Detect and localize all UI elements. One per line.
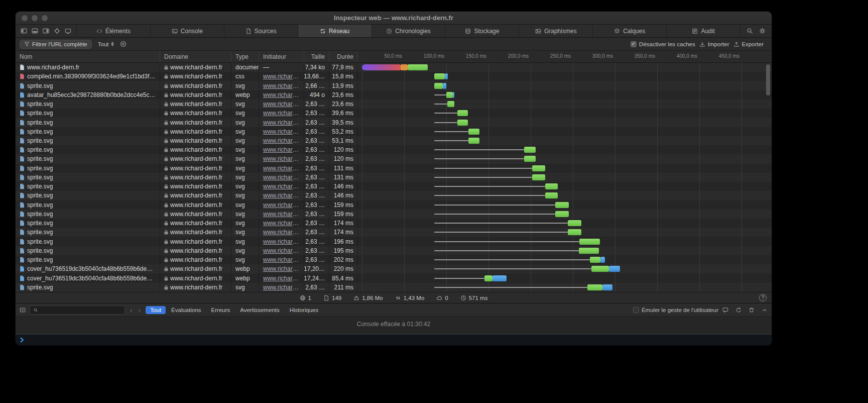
- waterfall-bar[interactable]: [434, 92, 454, 98]
- column-header-nom[interactable]: Nom: [16, 51, 160, 62]
- resource-initiator-cell[interactable]: www.richard-d…: [259, 255, 304, 264]
- type-scope-select[interactable]: Tout: [96, 40, 116, 48]
- resource-initiator-cell[interactable]: www.richard-d…: [259, 219, 304, 228]
- resource-initiator-cell[interactable]: www.richard-d…: [259, 191, 304, 200]
- console-tab-avertissements[interactable]: Avertissements: [235, 306, 284, 314]
- console-tab-erreurs[interactable]: Erreurs: [207, 306, 235, 314]
- console-drawer-icon[interactable]: [20, 307, 26, 313]
- disable-caches-checkbox[interactable]: ✓: [631, 41, 637, 47]
- disable-caches-toggle[interactable]: ✓ Désactiver les caches: [631, 41, 695, 47]
- help-button[interactable]: ?: [759, 294, 767, 301]
- table-row[interactable]: sprite.svgwww.richard-dern.frsvgwww.rich…: [16, 283, 772, 292]
- table-row[interactable]: cover_hu736519dc3b5040cfa48b6b559b6de6ec…: [16, 264, 772, 273]
- resource-initiator-cell[interactable]: www.richard-d…: [259, 210, 304, 219]
- resource-initiator-cell[interactable]: www.richard-d…: [259, 99, 304, 109]
- waterfall-bar[interactable]: [434, 220, 581, 226]
- waterfall-bar[interactable]: [434, 248, 599, 254]
- nav-forward-icon[interactable]: ›: [138, 306, 142, 314]
- initiator-link[interactable]: www.richard-d…: [263, 174, 300, 181]
- waterfall-bar[interactable]: [362, 64, 428, 70]
- table-row[interactable]: sprite.svgwww.richard-dern.frsvgwww.rich…: [16, 145, 772, 154]
- initiator-link[interactable]: www.richard-d…: [263, 238, 300, 245]
- table-row[interactable]: cover_hu736519dc3b5040cfa48b6b559b6de6ec…: [16, 273, 772, 282]
- initiator-link[interactable]: www.richard-d…: [263, 192, 300, 199]
- gear-icon[interactable]: [759, 28, 766, 34]
- waterfall-bar[interactable]: [434, 147, 536, 153]
- waterfall-bar[interactable]: [434, 183, 557, 189]
- initiator-link[interactable]: www.richard-d…: [263, 128, 300, 135]
- resource-initiator-cell[interactable]: www.richard-d…: [259, 145, 304, 154]
- console-trash-icon[interactable]: [749, 307, 755, 313]
- table-row[interactable]: sprite.svgwww.richard-dern.frsvgwww.rich…: [16, 182, 772, 191]
- waterfall-bar[interactable]: [434, 73, 448, 79]
- export-button[interactable]: Exporter: [733, 41, 764, 47]
- initiator-link[interactable]: www.richard-d…: [263, 284, 300, 291]
- table-row[interactable]: sprite.svgwww.richard-dern.frsvgwww.rich…: [16, 255, 772, 264]
- resource-initiator-cell[interactable]: www.richard-d…: [259, 228, 304, 237]
- initiator-link[interactable]: www.richard-d…: [263, 110, 300, 117]
- table-row[interactable]: sprite.svgwww.richard-dern.frsvgwww.rich…: [16, 237, 772, 246]
- nav-back-icon[interactable]: ‹: [129, 306, 134, 314]
- resource-initiator-cell[interactable]: www.richard-d…: [259, 90, 304, 99]
- initiator-link[interactable]: www.richard-d…: [263, 201, 300, 209]
- initiator-link[interactable]: www.richard-d…: [263, 256, 300, 263]
- resource-initiator-cell[interactable]: www.richard-d…: [259, 264, 304, 273]
- resource-initiator-cell[interactable]: www.richard-d…: [259, 118, 304, 127]
- initiator-link[interactable]: www.richard-d…: [263, 82, 300, 89]
- waterfall-bar[interactable]: [434, 211, 568, 217]
- resource-initiator-cell[interactable]: www.richard-d…: [259, 154, 304, 163]
- initiator-link[interactable]: www.richard-d…: [263, 119, 300, 126]
- dock-bottom-icon[interactable]: [32, 28, 38, 34]
- waterfall-bar[interactable]: [434, 101, 454, 107]
- inspect-target-icon[interactable]: [54, 28, 60, 34]
- import-button[interactable]: Importer: [699, 41, 729, 47]
- initiator-link[interactable]: www.richard-d…: [263, 220, 300, 227]
- column-header-domaine[interactable]: Domaine: [160, 51, 231, 62]
- tab-graphismes[interactable]: Graphismes: [519, 25, 592, 37]
- url-filter-button[interactable]: Filtrer l'URL complète: [20, 40, 92, 49]
- zoom-button[interactable]: [42, 15, 48, 21]
- table-row[interactable]: sprite.svgwww.richard-dern.frsvgwww.rich…: [16, 99, 772, 109]
- table-row[interactable]: sprite.svgwww.richard-dern.frsvgwww.rich…: [16, 210, 772, 219]
- column-header-initiateur[interactable]: Initiateur: [259, 51, 304, 62]
- console-collapse-icon[interactable]: [762, 307, 768, 313]
- waterfall-bar[interactable]: [434, 129, 479, 135]
- initiator-link[interactable]: www.richard-d…: [263, 91, 300, 98]
- resource-initiator-cell[interactable]: www.richard-d…: [259, 182, 304, 191]
- table-row[interactable]: sprite.svgwww.richard-dern.frsvgwww.rich…: [16, 136, 772, 145]
- initiator-link[interactable]: www.richard-d…: [263, 100, 300, 108]
- initiator-link[interactable]: www.richard-d…: [263, 247, 300, 254]
- waterfall-bar[interactable]: [434, 257, 604, 263]
- initiator-link[interactable]: www.richard-d…: [263, 165, 300, 172]
- tab-console[interactable]: Console: [150, 25, 224, 37]
- dock-right-icon[interactable]: [43, 28, 49, 34]
- console-tab-tout[interactable]: Tout: [146, 306, 166, 314]
- vertical-scrollbar-thumb[interactable]: [766, 64, 770, 95]
- initiator-link[interactable]: www.richard-d…: [263, 146, 300, 153]
- resource-initiator-cell[interactable]: www.richard-d…: [259, 164, 304, 173]
- initiator-link[interactable]: www.richard-d…: [263, 275, 300, 282]
- table-row[interactable]: compiled.min.38390909f303624ed9e1cf1bd3f…: [16, 72, 772, 81]
- console-prompt-row[interactable]: [16, 334, 772, 345]
- initiator-link[interactable]: www.richard-d…: [263, 73, 300, 80]
- table-row[interactable]: sprite.svgwww.richard-dern.frsvgwww.rich…: [16, 200, 772, 210]
- table-row[interactable]: sprite.svgwww.richard-dern.frsvgwww.rich…: [16, 127, 772, 136]
- resource-initiator-cell[interactable]: www.richard-d…: [259, 173, 304, 182]
- waterfall-bar[interactable]: [434, 275, 506, 281]
- resource-initiator-cell[interactable]: www.richard-d…: [259, 200, 304, 210]
- waterfall-bar[interactable]: [434, 83, 446, 89]
- table-row[interactable]: sprite.svgwww.richard-dern.frsvgwww.rich…: [16, 118, 772, 127]
- tab-audit[interactable]: Audit: [666, 25, 740, 37]
- initiator-link[interactable]: www.richard-d…: [263, 211, 300, 218]
- filter-options-icon[interactable]: [120, 41, 127, 47]
- tab-reseau[interactable]: Réseau: [298, 25, 371, 37]
- tab-sources[interactable]: Sources: [224, 25, 298, 37]
- resource-initiator-cell[interactable]: www.richard-d…: [259, 72, 304, 81]
- table-row[interactable]: sprite.svgwww.richard-dern.frsvgwww.rich…: [16, 81, 772, 90]
- table-row[interactable]: www.richard-dern.frwww.richard-dern.frdo…: [16, 63, 772, 72]
- console-reload-icon[interactable]: [735, 307, 741, 313]
- table-row[interactable]: sprite.svgwww.richard-dern.frsvgwww.rich…: [16, 109, 772, 118]
- initiator-link[interactable]: www.richard-d…: [263, 265, 300, 272]
- column-header-duree[interactable]: Durée: [329, 51, 358, 62]
- waterfall-bar[interactable]: [434, 192, 557, 198]
